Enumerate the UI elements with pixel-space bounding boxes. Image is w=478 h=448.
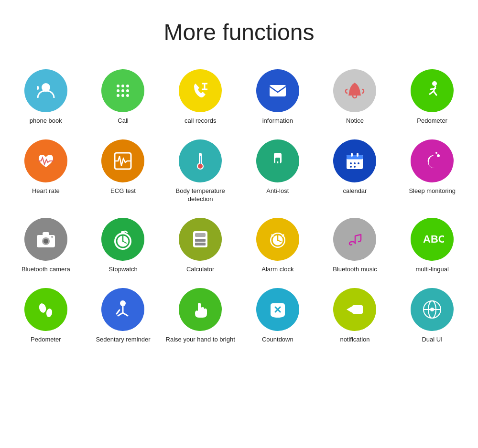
- svg-point-9: [121, 94, 124, 97]
- feature-item-notification: notification: [319, 288, 391, 344]
- feature-item-stopwatch: Stopwatch: [87, 218, 160, 274]
- heart-rate-label: Heart rate: [32, 187, 60, 195]
- svg-point-31: [435, 152, 437, 154]
- heart-rate-icon: [24, 139, 67, 182]
- svg-point-25: [350, 162, 352, 164]
- svg-rect-50: [202, 243, 206, 245]
- call-icon: [101, 69, 144, 112]
- call-records-label: call records: [185, 117, 216, 125]
- calendar-icon: [333, 139, 376, 182]
- notice-icon: [333, 69, 376, 112]
- svg-point-8: [117, 94, 120, 97]
- bluetooth-music-label: Bluetooth music: [333, 266, 377, 274]
- information-label: information: [262, 117, 293, 125]
- svg-rect-45: [195, 239, 199, 242]
- feature-item-alarm-clock: Alarm clock: [241, 218, 314, 274]
- multi-lingual-label: multi-lingual: [415, 266, 448, 274]
- ecg-test-label: ECG test: [110, 187, 136, 195]
- svg-point-59: [45, 308, 53, 318]
- svg-point-60: [120, 300, 126, 306]
- dual-ui-icon: [411, 288, 454, 331]
- feature-item-raise-hand: Raise your hand to bright: [164, 288, 237, 344]
- calculator-icon: [179, 218, 222, 261]
- feature-item-body-temp: Body temperature detection: [164, 139, 237, 203]
- feature-item-dual-ui: Dual UI: [396, 288, 468, 344]
- notification-label: notification: [340, 336, 369, 344]
- feature-item-anti-lost: Anti-lost: [241, 139, 314, 203]
- svg-rect-47: [202, 239, 206, 242]
- svg-rect-35: [43, 232, 49, 235]
- svg-point-30: [437, 154, 440, 157]
- feature-item-phone-book: phone book: [10, 69, 82, 125]
- svg-text:ABC: ABC: [423, 233, 444, 245]
- svg-rect-44: [195, 233, 206, 237]
- pedometer1-icon: [411, 69, 454, 112]
- body-temp-icon: [179, 139, 222, 182]
- svg-point-28: [350, 166, 352, 168]
- stopwatch-label: Stopwatch: [109, 266, 138, 274]
- anti-lost-icon: [256, 139, 299, 182]
- body-temp-label: Body temperature detection: [164, 187, 237, 203]
- raise-hand-label: Raise your hand to bright: [166, 336, 235, 344]
- information-icon: [256, 69, 299, 112]
- phone-book-label: phone book: [30, 117, 62, 125]
- svg-rect-49: [198, 243, 202, 245]
- ecg-test-icon: [101, 139, 144, 182]
- svg-point-17: [198, 164, 203, 169]
- multi-lingual-icon: ABC: [411, 218, 454, 261]
- notification-icon: [333, 288, 376, 331]
- feature-item-bluetooth-music: Bluetooth music: [319, 218, 391, 274]
- countdown-icon: [256, 288, 299, 331]
- feature-item-call: Call: [87, 69, 160, 125]
- svg-point-12: [432, 81, 437, 86]
- alarm-clock-icon: [256, 218, 299, 261]
- svg-point-7: [126, 89, 129, 92]
- calendar-label: calendar: [343, 187, 367, 195]
- sleep-monitoring-icon: [411, 139, 454, 182]
- feature-item-countdown: Countdown: [241, 288, 314, 344]
- feature-item-sleep-monitoring: Sleep monitoring: [396, 139, 468, 203]
- svg-point-2: [117, 85, 120, 87]
- countdown-label: Countdown: [262, 336, 293, 344]
- notice-label: Notice: [346, 117, 364, 125]
- svg-point-10: [126, 94, 129, 97]
- feature-item-information: information: [241, 69, 314, 125]
- feature-item-pedometer2: Pedometer: [10, 288, 82, 344]
- feature-item-notice: Notice: [319, 69, 391, 125]
- feature-item-bluetooth-camera: Bluetooth camera: [10, 218, 82, 274]
- feature-item-calculator: Calculator: [164, 218, 237, 274]
- bluetooth-camera-icon: [24, 218, 67, 261]
- feature-item-calendar: calendar: [319, 139, 391, 203]
- page-title: More functions: [164, 19, 315, 45]
- sleep-monitoring-label: Sleep monitoring: [409, 187, 456, 195]
- svg-point-36: [51, 236, 53, 238]
- svg-point-29: [354, 166, 356, 168]
- svg-rect-41: [121, 231, 125, 233]
- svg-rect-24: [357, 153, 358, 157]
- feature-item-heart-rate: Heart rate: [10, 139, 82, 203]
- alarm-clock-label: Alarm clock: [261, 266, 293, 274]
- svg-rect-23: [351, 153, 353, 157]
- stopwatch-icon: [101, 218, 144, 261]
- sedentary-label: Sedentary reminder: [96, 336, 150, 344]
- pedometer2-label: Pedometer: [31, 336, 61, 344]
- dual-ui-label: Dual UI: [422, 336, 442, 344]
- feature-item-call-records: call records: [164, 69, 237, 125]
- call-records-icon: [179, 69, 222, 112]
- raise-hand-icon: [179, 288, 222, 331]
- feature-item-sedentary: Sedentary reminder: [87, 288, 160, 344]
- svg-point-58: [38, 302, 47, 313]
- calculator-label: Calculator: [186, 266, 215, 274]
- svg-rect-48: [195, 243, 199, 245]
- feature-item-pedometer1: Pedometer: [396, 69, 468, 125]
- bluetooth-camera-label: Bluetooth camera: [22, 266, 70, 274]
- svg-point-26: [354, 162, 356, 164]
- svg-point-3: [121, 85, 124, 87]
- svg-rect-21: [347, 155, 363, 160]
- svg-point-4: [126, 85, 129, 87]
- svg-point-65: [430, 308, 434, 311]
- svg-point-5: [117, 89, 120, 92]
- sedentary-icon: [101, 288, 144, 331]
- pedometer2-icon: [24, 288, 67, 331]
- pedometer1-label: Pedometer: [417, 117, 447, 125]
